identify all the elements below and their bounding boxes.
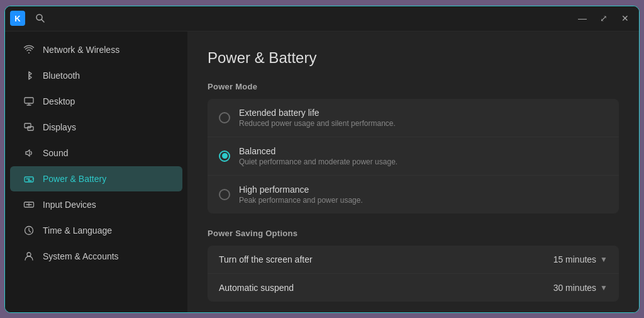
titlebar: K — ⤢ ✕ bbox=[5, 6, 639, 31]
sidebar-item-accounts[interactable]: System & Accounts bbox=[10, 244, 182, 269]
app-icon: K bbox=[10, 11, 25, 26]
chevron-down-icon-0: ▼ bbox=[600, 255, 608, 264]
radio-circle-2 bbox=[219, 189, 230, 200]
sidebar-item-label-sound: Sound bbox=[43, 148, 68, 158]
radio-label-1: Balanced bbox=[239, 146, 397, 156]
input-icon bbox=[23, 198, 35, 211]
svg-point-8 bbox=[27, 253, 31, 256]
power-mode-section-title: Power Mode bbox=[208, 82, 619, 91]
sidebar-item-sound[interactable]: Sound bbox=[10, 140, 182, 166]
search-icon bbox=[35, 13, 45, 23]
sidebar-item-input[interactable]: Input Devices bbox=[10, 192, 182, 217]
sidebar-item-label-desktop: Desktop bbox=[43, 96, 75, 106]
radio-sublabel-2: Peak performance and power usage. bbox=[239, 196, 363, 205]
radio-label-0: Extended battery life bbox=[239, 108, 396, 118]
sidebar-item-desktop[interactable]: Desktop bbox=[10, 89, 182, 114]
power-mode-option-0[interactable]: Extended battery lifeReduced power usage… bbox=[208, 99, 619, 137]
option-value-0: 15 minutes▼ bbox=[553, 254, 608, 264]
page-title: Power & Battery bbox=[208, 49, 619, 67]
bluetooth-icon bbox=[23, 69, 35, 82]
sound-icon bbox=[23, 147, 35, 159]
network-icon bbox=[23, 43, 35, 56]
svg-rect-2 bbox=[25, 98, 33, 103]
option-value-1: 30 minutes▼ bbox=[553, 283, 608, 293]
power-icon bbox=[23, 173, 35, 185]
radio-sublabel-1: Quiet performance and moderate power usa… bbox=[239, 157, 397, 166]
desktop-icon bbox=[23, 95, 35, 108]
power-mode-option-1[interactable]: BalancedQuiet performance and moderate p… bbox=[208, 137, 619, 176]
displays-icon bbox=[23, 121, 35, 133]
power-saving-option-0[interactable]: Turn off the screen after15 minutes▼ bbox=[208, 246, 619, 274]
radio-circle-0 bbox=[219, 112, 230, 123]
settings-window: K — ⤢ ✕ Network & WirelessBluetoothDeskt… bbox=[4, 6, 640, 313]
sidebar-item-label-time: Time & Language bbox=[43, 225, 112, 236]
sidebar-item-power[interactable]: Power & Battery bbox=[10, 166, 182, 191]
sidebar-item-time[interactable]: Time & Language bbox=[10, 218, 182, 243]
option-label-0: Turn off the screen after bbox=[219, 254, 313, 264]
sidebar-item-label-network: Network & Wireless bbox=[43, 45, 119, 55]
svg-line-1 bbox=[42, 20, 44, 22]
sidebar: Network & WirelessBluetoothDesktopDispla… bbox=[5, 31, 187, 312]
sidebar-item-label-power: Power & Battery bbox=[43, 174, 106, 184]
power-mode-card: Extended battery lifeReduced power usage… bbox=[208, 99, 619, 213]
sidebar-item-network[interactable]: Network & Wireless bbox=[10, 37, 182, 62]
radio-text-2: High performancePeak performance and pow… bbox=[239, 185, 363, 205]
sidebar-item-label-bluetooth: Bluetooth bbox=[43, 71, 80, 81]
power-mode-option-2[interactable]: High performancePeak performance and pow… bbox=[208, 176, 619, 213]
maximize-button[interactable]: ⤢ bbox=[595, 9, 613, 27]
accounts-icon bbox=[23, 250, 35, 263]
main-content: Power & Battery Power Mode Extended batt… bbox=[187, 31, 639, 312]
option-value-text-0: 15 minutes bbox=[553, 254, 596, 264]
sidebar-item-displays[interactable]: Displays bbox=[10, 115, 182, 140]
minimize-button[interactable]: — bbox=[574, 9, 591, 27]
close-button[interactable]: ✕ bbox=[616, 9, 634, 27]
time-icon bbox=[23, 224, 35, 237]
radio-sublabel-0: Reduced power usage and silent performan… bbox=[239, 119, 396, 128]
window-controls: — ⤢ ✕ bbox=[574, 9, 634, 27]
option-value-text-1: 30 minutes bbox=[553, 283, 596, 293]
radio-label-2: High performance bbox=[239, 185, 363, 195]
titlebar-left: K bbox=[10, 9, 49, 27]
chevron-down-icon-1: ▼ bbox=[600, 283, 608, 292]
search-button[interactable] bbox=[31, 9, 49, 27]
power-saving-option-1[interactable]: Automatic suspend30 minutes▼ bbox=[208, 274, 619, 302]
sidebar-item-label-accounts: System & Accounts bbox=[43, 251, 119, 261]
window-content: Network & WirelessBluetoothDesktopDispla… bbox=[5, 31, 639, 312]
sidebar-item-bluetooth[interactable]: Bluetooth bbox=[10, 63, 182, 88]
radio-text-0: Extended battery lifeReduced power usage… bbox=[239, 108, 396, 128]
radio-circle-1 bbox=[219, 150, 230, 162]
option-label-1: Automatic suspend bbox=[219, 283, 294, 293]
power-saving-card: Turn off the screen after15 minutes▼Auto… bbox=[208, 246, 619, 302]
sidebar-item-label-displays: Displays bbox=[43, 122, 76, 132]
power-saving-section-title: Power Saving Options bbox=[208, 229, 619, 238]
radio-text-1: BalancedQuiet performance and moderate p… bbox=[239, 146, 397, 166]
sidebar-item-label-input: Input Devices bbox=[43, 200, 96, 210]
